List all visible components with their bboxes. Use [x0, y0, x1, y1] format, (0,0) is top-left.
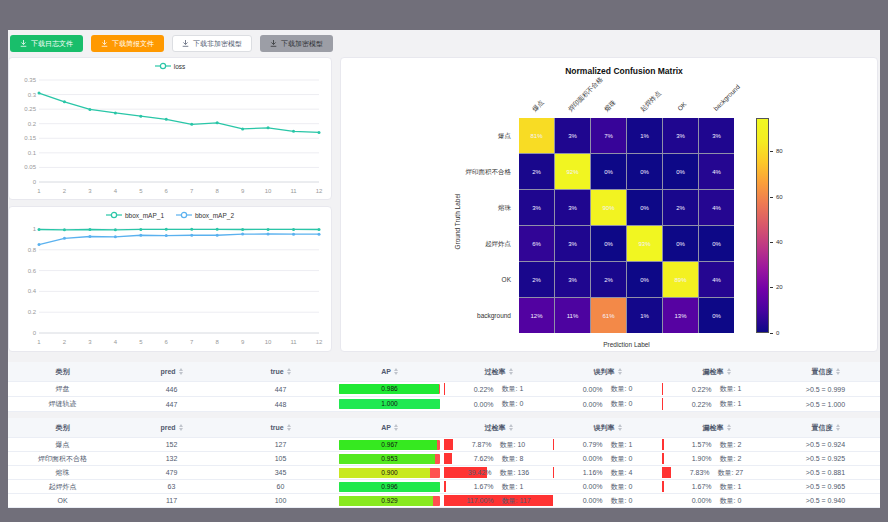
ap-bar-track: 0.929: [339, 496, 440, 506]
download-icon: [101, 40, 108, 47]
rate-percent: 1.57%: [692, 441, 712, 448]
line-chart-svg: 00.050.10.150.20.250.30.3512345678910111…: [11, 74, 329, 196]
matrix-cell: 11%: [555, 298, 590, 333]
app-screenshot: { "toolbar": { "buttons": [ {"name": "do…: [0, 0, 888, 522]
col-header-label: 类别: [56, 367, 70, 377]
svg-text:10: 10: [265, 188, 272, 194]
col-header-confidence[interactable]: 置信度: [771, 362, 880, 381]
svg-text:0.6: 0.6: [28, 268, 37, 274]
matrix-col-label: OK: [676, 100, 688, 112]
cell-true-count: 100: [226, 494, 335, 507]
col-header-over-rate[interactable]: 过检率: [444, 418, 553, 437]
col-header-confidence[interactable]: 置信度: [771, 418, 880, 437]
col-header-ap[interactable]: AP: [335, 362, 444, 381]
cell-class-name: 爆点: [8, 438, 117, 451]
col-header-over-rate[interactable]: 过检率: [444, 362, 553, 381]
svg-text:8: 8: [216, 188, 220, 194]
colorbar-tick-mark: [770, 151, 773, 152]
col-header-pred[interactable]: pred: [117, 418, 226, 437]
matrix-cell: 0%: [699, 226, 734, 261]
ap-value: 0.986: [339, 384, 440, 394]
col-header-label: true: [270, 424, 283, 431]
svg-text:0.2: 0.2: [28, 121, 37, 127]
cell-miss-rate: 7.83%数量: 27: [662, 466, 771, 479]
col-header-label: 类别: [56, 423, 70, 433]
cell-confidence: >0.5 = 0.881: [771, 466, 880, 479]
col-header-true[interactable]: true: [226, 418, 335, 437]
rate-count: 数量: 10: [500, 440, 526, 450]
svg-text:9: 9: [241, 188, 245, 194]
legend-item-bbox_mAP_2[interactable]: bbox_mAP_2: [176, 211, 234, 219]
legend-item-loss[interactable]: loss: [155, 62, 186, 70]
matrix-row-label: 起焊炸点: [341, 226, 511, 261]
svg-text:1: 1: [37, 339, 41, 345]
cell-miss-rate: 1.90%数量: 2: [662, 452, 771, 465]
colorbar-tick-label: 20: [776, 284, 783, 290]
svg-text:5: 5: [139, 188, 143, 194]
svg-text:11: 11: [290, 339, 297, 345]
col-header-misjudge-rate[interactable]: 误判率: [553, 418, 662, 437]
cell-true-count: 127: [226, 438, 335, 451]
svg-text:10: 10: [265, 339, 272, 345]
col-header-pred[interactable]: pred: [117, 362, 226, 381]
map-chart-legend: bbox_mAP_1bbox_mAP_2: [9, 211, 331, 219]
cell-pred-count: 132: [117, 452, 226, 465]
rate-percent: 0.00%: [583, 455, 603, 462]
col-header-label: 置信度: [812, 367, 833, 377]
cell-confidence: >0.5 = 0.924: [771, 438, 880, 451]
cell-over-rate: 0.00%数量: 0: [444, 397, 553, 411]
rate-values: 7.87%数量: 10: [472, 440, 526, 450]
table-row: 焊盘4464470.9860.22%数量: 10.00%数量: 00.22%数量…: [8, 382, 880, 397]
sort-icon: [394, 368, 398, 375]
matrix-cell: 2%: [591, 262, 626, 297]
download-icon: [270, 40, 277, 47]
cell-ap: 0.996: [335, 480, 444, 493]
ap-value: 1.000: [339, 399, 440, 409]
matrix-col-label: 焊印面积不合格: [567, 75, 606, 114]
matrix-colorbar: [756, 118, 769, 333]
rate-count: 数量: 1: [720, 482, 742, 492]
rate-values: 0.00%数量: 0: [583, 384, 633, 394]
col-header-label: AP: [381, 424, 391, 431]
ap-bar-track: 0.986: [339, 384, 440, 394]
cell-class-name: 熔珠: [8, 466, 117, 479]
download-brief-file-button[interactable]: 下载简报文件: [91, 35, 164, 52]
sort-icon: [509, 424, 513, 431]
legend-item-bbox_mAP_1[interactable]: bbox_mAP_1: [106, 211, 164, 219]
cell-over-rate: 39.42%数量: 136: [444, 466, 553, 479]
matrix-cell: 2%: [663, 190, 698, 225]
matrix-row-label: OK: [341, 262, 511, 297]
svg-text:0.8: 0.8: [28, 247, 37, 253]
legend-label: bbox_mAP_1: [125, 212, 164, 219]
svg-text:0.2: 0.2: [28, 309, 37, 315]
cell-true-count: 448: [226, 397, 335, 411]
col-header-label: 漏检率: [703, 367, 724, 377]
matrix-cell: 7%: [591, 118, 626, 153]
col-header-label: 漏检率: [703, 423, 724, 433]
download-encrypted-model-button[interactable]: 下载加密模型: [260, 35, 333, 52]
rate-count: 数量: 2: [720, 440, 742, 450]
download-log-file-button[interactable]: 下载日志文件: [10, 35, 83, 52]
col-header-label: 过检率: [485, 423, 506, 433]
cell-over-rate: 7.62%数量: 8: [444, 452, 553, 465]
col-header-ap[interactable]: AP: [335, 418, 444, 437]
svg-text:12: 12: [316, 339, 323, 345]
matrix-cell: 92%: [555, 154, 590, 189]
rate-values: 0.00%数量: 0: [583, 482, 633, 492]
svg-text:1: 1: [37, 188, 41, 194]
cell-true-count: 105: [226, 452, 335, 465]
rate-percent: 0.00%: [583, 483, 603, 490]
col-header-misjudge-rate[interactable]: 误判率: [553, 362, 662, 381]
download-unencrypted-model-button[interactable]: 下载非加密模型: [172, 35, 252, 52]
sort-icon: [509, 368, 513, 375]
metrics-table-2: 类别predtrueAP过检率误判率漏检率置信度爆点1521270.9677.8…: [8, 418, 880, 508]
col-header-miss-rate[interactable]: 漏检率: [662, 418, 771, 437]
col-header-true[interactable]: true: [226, 362, 335, 381]
cell-misjudge-rate: 0.00%数量: 0: [553, 382, 662, 396]
svg-text:0.15: 0.15: [24, 135, 36, 141]
col-header-miss-rate[interactable]: 漏检率: [662, 362, 771, 381]
rate-bar: [553, 467, 554, 478]
cell-misjudge-rate: 0.79%数量: 1: [553, 438, 662, 451]
svg-text:0.3: 0.3: [28, 92, 37, 98]
rate-values: 0.00%数量: 0: [583, 496, 633, 506]
